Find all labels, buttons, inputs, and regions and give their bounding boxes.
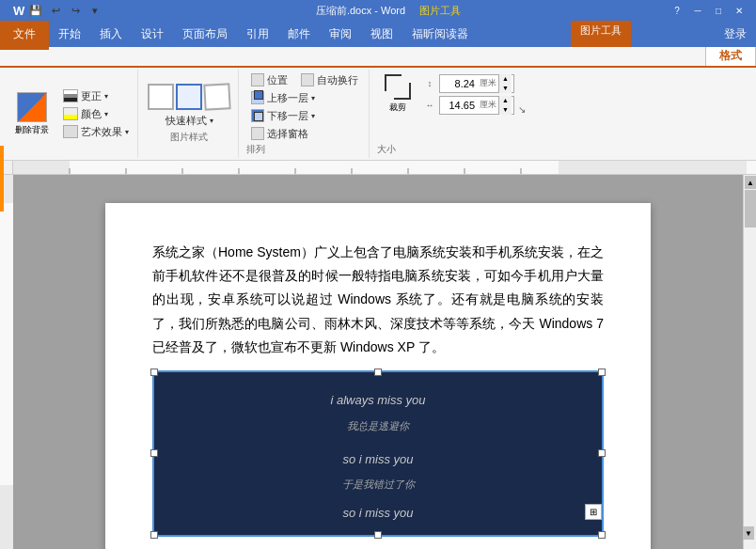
ruler-area (0, 161, 756, 175)
image-line-1: i always miss you 我总是逃避你 (173, 387, 583, 437)
height-row: ↕ 厘米 ▲ ▼ (422, 74, 514, 93)
crop-btn[interactable]: 裁剪 (377, 71, 418, 117)
bring-forward-icon (251, 91, 264, 104)
selection-pane-btn[interactable]: 选择窗格 (246, 125, 363, 142)
ribbon-toolbar: 删除背景 更正▾ 颜色▾ 艺术效果▾ 调整 快速样式▾ (0, 68, 756, 161)
size-group-expand[interactable]: ↘ (518, 104, 526, 115)
style-preview-3[interactable] (203, 83, 230, 110)
handle-tm[interactable] (374, 369, 382, 376)
handle-br[interactable] (598, 531, 606, 539)
format-tab-active[interactable]: 格式 (705, 45, 756, 66)
width-up-arrow[interactable]: ▲ (498, 96, 512, 105)
remove-bg-btn[interactable]: 删除背景 (8, 71, 56, 156)
ruler-horizontal (13, 161, 756, 174)
wrap-text-btn[interactable]: 自动换行 (296, 71, 363, 88)
adjust-small-btns: 更正▾ 颜色▾ 艺术效果▾ (58, 71, 134, 156)
width-spinbox[interactable]: 厘米 ▲ ▼ (439, 96, 514, 115)
menu-tab-references[interactable]: 引用 (237, 22, 278, 46)
handle-bl[interactable] (150, 531, 158, 539)
menu-tab-view[interactable]: 视图 (361, 22, 402, 46)
group-size: 裁剪 ↕ 厘米 ▲ ▼ ↔ (371, 70, 531, 158)
width-row: ↔ 厘米 ▲ ▼ (422, 96, 514, 115)
document-page: 系统之家（Home System）广义上包含了电脑系统安装和手机系统安装，在之前… (105, 203, 651, 549)
quick-styles-btn[interactable]: 快速样式▾ (161, 112, 218, 129)
undo-btn[interactable]: ↩ (47, 2, 64, 19)
menu-tab-insert[interactable]: 插入 (90, 22, 132, 46)
scroll-down-btn[interactable]: ▼ (743, 526, 754, 540)
send-backward-btn[interactable]: 下移一层▾ (246, 107, 363, 124)
style-previews (148, 84, 230, 110)
handle-tl[interactable] (150, 369, 158, 376)
menu-tab-start[interactable]: 开始 (49, 22, 90, 46)
handle-mr[interactable] (598, 449, 606, 457)
word-icon: W (13, 4, 24, 18)
ruler-vertical (0, 175, 13, 549)
crop-icon (385, 74, 411, 100)
art-effects-btn[interactable]: 艺术效果▾ (58, 123, 134, 140)
height-arrows: ▲ ▼ (498, 74, 512, 93)
width-icon: ↔ (422, 98, 437, 113)
handle-tr[interactable] (598, 369, 606, 376)
group-picture-styles: 快速样式▾ 图片样式 (140, 70, 239, 158)
image-spacer (173, 437, 583, 447)
quick-access-toolbar: W 💾 ↩ ↪ ▾ (8, 2, 109, 19)
title-bar: W 💾 ↩ ↪ ▾ 压缩前.docx - Word 图片工具 ? ─ □ ✕ (0, 0, 756, 21)
title-bar-left: W 💾 ↩ ↪ ▾ (8, 2, 109, 19)
document-scroll-area[interactable]: 系统之家（Home System）广义上包含了电脑系统安装和手机系统安装，在之前… (13, 175, 743, 549)
handle-bm[interactable] (374, 531, 382, 539)
picture-tools-context[interactable]: 图片工具 (571, 21, 631, 47)
handle-ml[interactable] (150, 449, 158, 457)
selected-image[interactable]: i always miss you 我总是逃避你 so i miss you 于… (152, 370, 604, 537)
menu-tab-review[interactable]: 审阅 (320, 22, 361, 46)
group-arrange-label: 排列 (246, 143, 363, 156)
image-content: i always miss you 我总是逃避你 so i miss you 于… (154, 372, 602, 535)
style-preview-1[interactable] (148, 84, 174, 110)
group-adjust: 删除背景 更正▾ 颜色▾ 艺术效果▾ 调整 (4, 70, 138, 158)
vruler-svg (0, 175, 13, 549)
menu-tab-foxit[interactable]: 福昕阅读器 (402, 22, 478, 46)
login-btn[interactable]: 登录 (724, 26, 756, 42)
file-menu-btn[interactable]: 文件 (0, 21, 49, 47)
height-icon: ↕ (422, 76, 437, 91)
position-icon (251, 73, 264, 86)
width-arrows: ▲ ▼ (498, 96, 512, 115)
scroll-thumb[interactable] (745, 190, 756, 227)
size-spinboxes: ↕ 厘米 ▲ ▼ ↔ 厘米 (422, 74, 514, 115)
redo-btn[interactable]: ↪ (67, 2, 84, 19)
image-spacer2 (173, 496, 583, 506)
group-arrange: 位置 自动换行 上移一层▾ 下移一层▾ 选择窗格 排列 (241, 70, 370, 158)
send-backward-icon (251, 109, 264, 122)
height-spinbox[interactable]: 厘米 ▲ ▼ (439, 74, 514, 93)
svg-rect-2 (559, 161, 747, 174)
image-line-2: so i miss you 于是我错过了你 (173, 447, 583, 496)
top-margin (152, 231, 604, 241)
picture-tools-label: 图片工具 (419, 5, 461, 16)
help-btn[interactable]: ? (668, 2, 686, 19)
scrollbar-vertical[interactable]: ▲ ▼ (743, 175, 756, 549)
height-input[interactable] (440, 78, 478, 89)
corrections-btn[interactable]: 更正▾ (58, 87, 134, 104)
layout-options-btn[interactable]: ⊞ (585, 504, 602, 520)
save-btn[interactable]: 💾 (27, 2, 44, 19)
title-bar-center: 压缩前.docx - Word 图片工具 (109, 4, 668, 18)
group-styles-label: 图片样式 (170, 131, 208, 144)
width-input[interactable] (440, 100, 478, 111)
width-down-arrow[interactable]: ▼ (498, 105, 512, 115)
menu-tab-layout[interactable]: 页面布局 (173, 22, 237, 46)
color-btn[interactable]: 颜色▾ (58, 105, 134, 122)
scroll-up-btn[interactable]: ▲ (745, 176, 756, 189)
image-line-3: so i miss you (173, 506, 583, 520)
height-up-arrow[interactable]: ▲ (498, 74, 512, 84)
bring-forward-btn[interactable]: 上移一层▾ (246, 89, 363, 106)
position-btn[interactable]: 位置 (246, 71, 292, 88)
close-btn[interactable]: ✕ (730, 2, 748, 19)
window-title: 压缩前.docx - Word (316, 5, 405, 16)
qat-more-btn[interactable]: ▾ (87, 2, 103, 19)
height-down-arrow[interactable]: ▼ (498, 84, 512, 93)
menu-tab-mail[interactable]: 邮件 (278, 22, 320, 46)
selection-pane-icon (251, 127, 264, 140)
minimize-btn[interactable]: ─ (688, 2, 707, 19)
restore-btn[interactable]: □ (709, 2, 728, 19)
menu-tab-design[interactable]: 设计 (132, 22, 173, 46)
style-preview-2[interactable] (176, 84, 202, 110)
